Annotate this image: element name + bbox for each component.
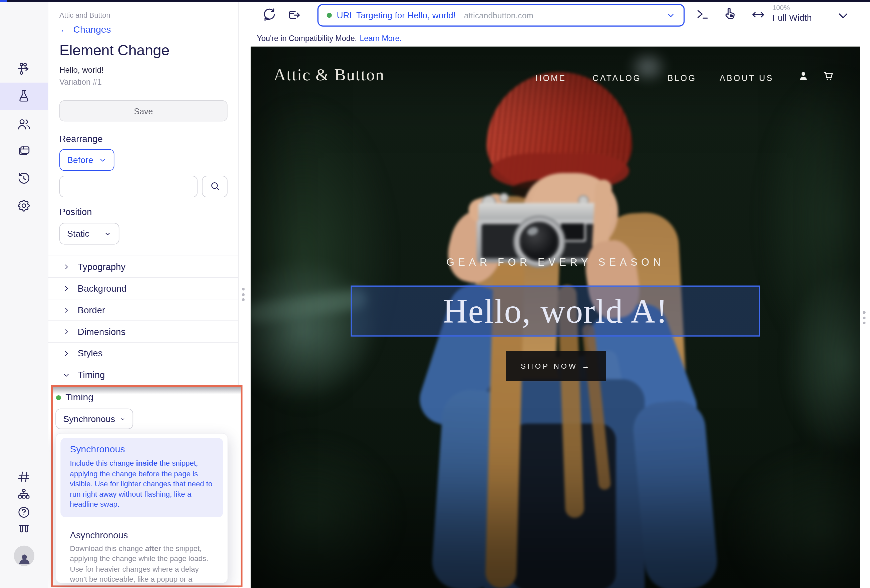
section-timing[interactable]: Timing [48, 364, 238, 385]
section-styles[interactable]: Styles [48, 342, 238, 364]
hand-pointer-icon [722, 6, 737, 23]
learn-more-link[interactable]: Learn More. [360, 34, 402, 43]
people-icon [17, 117, 31, 133]
option-description: Download this change after the snippet, … [70, 543, 214, 584]
gear-icon [17, 198, 31, 214]
width-dropdown-button[interactable] [833, 7, 852, 26]
timing-mode-dropdown[interactable]: Synchronous [55, 409, 133, 429]
refresh-button[interactable] [259, 6, 279, 25]
test-tubes-icon [17, 523, 31, 539]
url-domain: atticandbutton.com [464, 11, 533, 20]
panel-resize-handle[interactable] [242, 288, 244, 301]
section-label: Border [78, 305, 105, 315]
compatibility-notice: You're in Compatibility Mode. Learn More… [251, 29, 870, 47]
section-label: Timing [78, 370, 105, 380]
horizontal-arrows-icon [751, 7, 766, 24]
main-area: URL Targeting for Hello, world! atticand… [251, 1, 870, 588]
export-icon [286, 7, 302, 24]
width-mode: Full Width [772, 13, 812, 23]
history-icon [17, 171, 31, 187]
timing-highlight-box: Timing Synchronous Synchronous Include t… [51, 385, 243, 587]
avatar[interactable] [14, 546, 35, 566]
position-static-dropdown[interactable]: Static [60, 223, 119, 245]
section-label: Styles [78, 348, 103, 359]
sidebar-item-flows[interactable] [0, 57, 48, 81]
option-asynchronous[interactable]: Asynchronous Download this change after … [56, 521, 228, 583]
sidebar-item-experiments[interactable] [0, 83, 48, 110]
chevron-right-icon [63, 306, 70, 314]
interact-mode-button[interactable] [720, 5, 739, 24]
progress-fill [0, 0, 7, 1]
shop-now-button[interactable]: SHOP NOW → [506, 351, 606, 381]
url-targeting-dropdown[interactable]: URL Targeting for Hello, world! atticand… [317, 4, 685, 27]
option-title: Asynchronous [70, 530, 214, 540]
sidebar-item-history[interactable] [0, 167, 48, 192]
back-to-changes-link[interactable]: ←Changes [60, 24, 111, 35]
resize-width-button[interactable] [749, 6, 767, 25]
workspace-name: Attic and Button [60, 11, 110, 19]
sidebar-item-pages[interactable] [0, 139, 48, 163]
selected-element-headline[interactable]: Hello, world A! [351, 286, 760, 337]
sidebar-item-help[interactable] [0, 503, 48, 523]
position-value: Static [67, 229, 89, 239]
search-icon [210, 180, 220, 193]
section-typography[interactable]: Typography [48, 256, 238, 277]
timing-section-label: Timing [66, 392, 94, 403]
preview-toolbar: URL Targeting for Hello, world! atticand… [251, 1, 870, 29]
option-title: Synchronous [70, 444, 214, 455]
status-dot [56, 395, 61, 400]
export-button[interactable] [285, 6, 304, 25]
timing-options-popup: Synchronous Include this change inside t… [55, 433, 228, 584]
pages-icon [17, 143, 31, 159]
style-sections: Typography Background Border Dimensions … [48, 256, 238, 385]
sidebar-item-sitemap[interactable] [0, 485, 48, 505]
section-label: Dimensions [78, 326, 125, 337]
back-arrow-icon: ← [60, 24, 69, 35]
hash-icon [17, 469, 31, 486]
section-background[interactable]: Background [48, 277, 238, 299]
sidebar-item-audiences[interactable] [0, 113, 48, 137]
rearrange-label: Rearrange [60, 134, 103, 144]
position-label: Position [60, 207, 92, 217]
experiment-name: Hello, world! [60, 65, 104, 74]
section-label: Typography [78, 261, 125, 272]
save-button[interactable]: Save [60, 100, 228, 121]
sidebar-item-settings[interactable] [0, 194, 48, 218]
notice-text: You're in Compatibility Mode. [257, 34, 357, 43]
chevron-down-icon [63, 371, 70, 379]
flow-split-icon [17, 61, 31, 77]
help-icon [17, 505, 31, 521]
status-dot [327, 13, 332, 18]
flask-icon [17, 88, 31, 104]
zoom-level: 100% [772, 4, 812, 12]
section-border[interactable]: Border [48, 298, 238, 320]
site-preview: Attic & Button HOME CATALOG BLOG ABOUT U… [251, 47, 860, 588]
rearrange-before-dropdown[interactable]: Before [60, 149, 115, 171]
chevron-right-icon [63, 350, 70, 357]
element-search-input[interactable] [60, 176, 198, 197]
hero-headline: Hello, world A! [442, 291, 668, 331]
option-description: Include this change inside the snippet, … [70, 459, 214, 510]
section-dimensions[interactable]: Dimensions [48, 320, 238, 342]
preview-resize-handle[interactable] [863, 311, 866, 324]
variation-name: Variation #1 [60, 78, 102, 87]
hero-kicker: GEAR FOR EVERY SEASON [251, 256, 860, 268]
sidebar-item-ids[interactable] [0, 467, 48, 487]
chevron-down-icon [99, 156, 106, 164]
chevron-right-icon [63, 263, 70, 270]
page-title: Element Change [60, 42, 170, 59]
hero-section: GEAR FOR EVERY SEASON Hello, world A! SH… [251, 47, 860, 588]
viewport-width-control[interactable]: 100% Full Width [772, 4, 812, 23]
section-label: Background [78, 283, 127, 294]
chevron-right-icon [63, 285, 70, 292]
option-synchronous[interactable]: Synchronous Include this change inside t… [60, 438, 223, 517]
chevron-down-icon [666, 11, 675, 20]
sitemap-icon [17, 487, 31, 503]
console-button[interactable] [693, 6, 712, 25]
rearrange-value: Before [67, 155, 93, 165]
sidebar-item-tests[interactable] [0, 521, 48, 540]
chevron-down-icon [121, 415, 125, 423]
chevron-down-icon [104, 230, 112, 238]
search-button[interactable] [202, 176, 228, 197]
chevron-down-icon [835, 8, 850, 25]
